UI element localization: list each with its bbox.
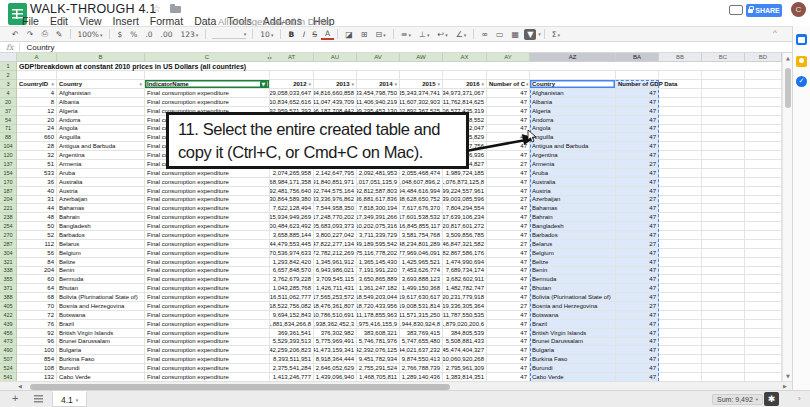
cell-number-of-gdp[interactable]: 47: [616, 142, 659, 151]
cell-number-of-gdp[interactable]: 47: [616, 293, 659, 302]
header-year-2013[interactable]: 2013▾: [314, 80, 357, 89]
cell-country[interactable]: Australia: [57, 178, 145, 187]
row-header-221[interactable]: 221: [0, 204, 17, 213]
row-header-88[interactable]: 88: [0, 133, 17, 142]
cell-country[interactable]: Burkina Faso: [57, 355, 145, 364]
cell-blank[interactable]: [659, 169, 702, 178]
cell-indicator[interactable]: Final consumption expenditure: [145, 240, 270, 249]
cell-blank[interactable]: [702, 293, 745, 302]
cell-blank[interactable]: [702, 204, 745, 213]
cell-year-value[interactable]: 3,800,227,042: [314, 231, 357, 240]
cell-indicator[interactable]: Final consumption expenditure: [145, 169, 270, 178]
doc-title[interactable]: WALK-THROUGH 4.1: [30, 2, 156, 16]
formula-bar-value[interactable]: Country: [26, 43, 54, 52]
cell-year-value[interactable]: 100,484,623,492: [270, 222, 314, 231]
cell-year-value[interactable]: 383,769,415: [400, 329, 443, 338]
cell-year-value[interactable]: 968,984,171,358: [270, 178, 314, 187]
cell-year-value[interactable]: 39,003,085,596: [443, 196, 487, 205]
cell-indicator[interactable]: Final consumption expenditure: [145, 338, 270, 347]
cell-blank[interactable]: [702, 160, 745, 169]
insert-chart-icon[interactable]: ▦: [508, 30, 524, 39]
row-header-490[interactable]: 490: [0, 346, 17, 355]
cell-year-value[interactable]: 44,021,637,232: [400, 346, 443, 355]
cell-blank[interactable]: [745, 89, 782, 98]
vertical-scrollbar[interactable]: ▲ ▼: [782, 53, 792, 381]
cell-blank[interactable]: [745, 71, 782, 80]
cell-blank[interactable]: [659, 160, 702, 169]
strikethrough-button[interactable]: S: [308, 30, 321, 39]
cell-country[interactable]: Aruba: [57, 169, 145, 178]
cell-year-value[interactable]: 1,989,724,185: [443, 169, 487, 178]
cell-blank[interactable]: [702, 187, 745, 196]
cell-year-value[interactable]: 116,845,855,117: [400, 222, 443, 231]
cell-indicator[interactable]: Final consumption expenditure: [145, 204, 270, 213]
cell-blank[interactable]: [745, 293, 782, 302]
cell-blank[interactable]: [702, 196, 745, 205]
cell-country[interactable]: Bosnia and Herzegovina: [57, 302, 145, 311]
cell-blank[interactable]: [659, 346, 702, 355]
cell-blank[interactable]: [659, 364, 702, 373]
row-header-1[interactable]: 1: [0, 62, 17, 71]
scroll-right-icon[interactable]: ▶: [783, 383, 787, 389]
cell-blank[interactable]: [745, 231, 782, 240]
cell-year-value[interactable]: 5,746,781,976: [357, 338, 400, 347]
horizontal-scroll-thumb[interactable]: [30, 384, 450, 390]
cell-year-value[interactable]: 1,413,246,777: [270, 373, 314, 381]
cell-blank[interactable]: [702, 142, 745, 151]
cell-indicator[interactable]: Final consumption expenditure: [145, 231, 270, 240]
print-icon[interactable]: ⎙: [37, 29, 51, 39]
cell-year-value[interactable]: 7,453,626,774: [400, 267, 443, 276]
cell-year-value[interactable]: 19,008,531,814: [400, 302, 443, 311]
cell-blank[interactable]: [745, 178, 782, 187]
cell-year-value[interactable]: 17,248,770,202: [314, 213, 357, 222]
cell-year-value[interactable]: 48,234,801,289: [400, 240, 443, 249]
cell-blank[interactable]: [659, 116, 702, 125]
cell-year-value[interactable]: 46,847,321,582: [443, 240, 487, 249]
cell-year-value[interactable]: 5,508,881,433: [443, 338, 487, 347]
cell-number-of-c[interactable]: 47: [487, 125, 530, 134]
cell-country[interactable]: Azerbaijan: [57, 196, 145, 205]
font-family-select[interactable]: ▾: [212, 29, 246, 39]
cell-az-country[interactable]: Argentina: [530, 151, 616, 160]
cell-az-country[interactable]: Armenia: [530, 160, 616, 169]
cell-blank[interactable]: [702, 249, 745, 258]
filter-dropdown-icon[interactable]: ▾: [436, 81, 440, 87]
cell-number-of-gdp[interactable]: 47: [616, 249, 659, 258]
cell-year-value[interactable]: 3,709,545,115: [314, 275, 357, 284]
sum-badge[interactable]: Sum: 9,492▾: [712, 394, 763, 405]
cell-az-country[interactable]: Bahamas: [530, 204, 616, 213]
cell-year-value[interactable]: 382,867,586,176: [443, 249, 487, 258]
cell-number-of-gdp[interactable]: 47: [616, 231, 659, 240]
row-header-170[interactable]: 170: [0, 178, 17, 187]
cell-number-of-gdp[interactable]: 47: [616, 222, 659, 231]
text-color-button[interactable]: A: [321, 29, 334, 40]
cell-country[interactable]: Brazil: [57, 320, 145, 329]
cell-blank[interactable]: [745, 240, 782, 249]
cell-blank[interactable]: [745, 373, 782, 381]
cell-number-of-gdp[interactable]: 27: [616, 302, 659, 311]
cell-country-id[interactable]: 51: [17, 160, 57, 169]
cell-year-value[interactable]: 10,786,510,691: [314, 311, 357, 320]
cell-indicator[interactable]: Final consumption expenditure: [145, 196, 270, 205]
header-az-country-active-cell[interactable]: Country: [530, 80, 616, 89]
cell-blank[interactable]: [745, 116, 782, 125]
cell-blank[interactable]: [659, 293, 702, 302]
cell-blank[interactable]: [745, 98, 782, 107]
cell-year-value[interactable]: 1,881,834,266,8: [270, 320, 314, 329]
cell-blank[interactable]: [745, 142, 782, 151]
cell-blank[interactable]: [659, 133, 702, 142]
cell-blank[interactable]: [702, 222, 745, 231]
cell-number-of-c[interactable]: 47: [487, 284, 530, 293]
panel-collapse-icon[interactable]: ›: [798, 394, 801, 403]
cell-year-value[interactable]: 20,231,779,918: [443, 293, 487, 302]
cell-year-value[interactable]: 2,755,291,524: [357, 364, 400, 373]
explore-button[interactable]: ✱: [764, 392, 779, 406]
cell-country[interactable]: Bangladesh: [57, 222, 145, 231]
cell-year-value[interactable]: 7,804,294,554: [443, 204, 487, 213]
cell-number-of-gdp[interactable]: 47: [616, 364, 659, 373]
cell-blank[interactable]: [702, 329, 745, 338]
cell-year-value[interactable]: 120,817,601,272: [443, 222, 487, 231]
text-rotate-icon[interactable]: ∠▾: [452, 30, 471, 39]
cell-blank[interactable]: [702, 107, 745, 116]
cell-year-value[interactable]: 1,975,416,155,9: [357, 320, 400, 329]
